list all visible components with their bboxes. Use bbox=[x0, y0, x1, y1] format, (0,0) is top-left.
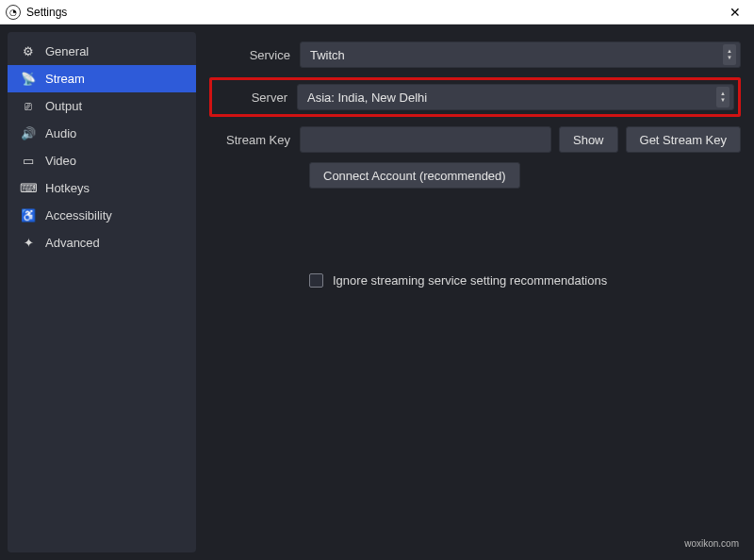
speaker-icon: 🔊 bbox=[21, 126, 36, 140]
monitor-icon: ▭ bbox=[21, 154, 36, 168]
sidebar-item-general[interactable]: ⚙ General bbox=[8, 38, 196, 65]
service-value: Twitch bbox=[310, 48, 345, 62]
sidebar-item-label: Accessibility bbox=[45, 208, 112, 222]
stream-key-row: Stream Key Show Get Stream Key bbox=[209, 126, 741, 153]
settings-content: Service Twitch ▲▼ Server Asia: India, Ne… bbox=[204, 32, 746, 552]
sidebar-item-hotkeys[interactable]: ⌨ Hotkeys bbox=[8, 174, 196, 202]
sidebar-item-label: General bbox=[45, 44, 89, 58]
keyboard-icon: ⌨ bbox=[21, 181, 36, 195]
stream-key-label: Stream Key bbox=[209, 133, 300, 147]
window-titlebar: ◔ Settings ✕ bbox=[0, 0, 754, 25]
stream-key-input[interactable] bbox=[300, 126, 551, 153]
sidebar-item-label: Audio bbox=[45, 126, 76, 140]
service-label: Service bbox=[209, 48, 300, 62]
select-spinner-icon: ▲▼ bbox=[716, 87, 729, 107]
connect-row: Connect Account (recommended) bbox=[309, 162, 741, 189]
accessibility-icon: ♿ bbox=[21, 208, 36, 222]
tools-icon: ✦ bbox=[21, 236, 36, 250]
sidebar-item-accessibility[interactable]: ♿ Accessibility bbox=[8, 202, 196, 229]
sidebar-item-output[interactable]: ⎚ Output bbox=[8, 92, 196, 120]
sidebar-item-label: Output bbox=[45, 99, 82, 113]
watermark-text: woxikon.com bbox=[684, 538, 739, 549]
get-stream-key-button[interactable]: Get Stream Key bbox=[626, 126, 741, 153]
ignore-recommendations-row: Ignore streaming service setting recomme… bbox=[309, 273, 741, 288]
sidebar-item-label: Stream bbox=[45, 72, 85, 86]
service-select[interactable]: Twitch ▲▼ bbox=[300, 41, 741, 68]
antenna-icon: 📡 bbox=[21, 72, 36, 86]
server-row: Server Asia: India, New Delhi ▲▼ bbox=[216, 84, 734, 110]
select-spinner-icon: ▲▼ bbox=[723, 44, 736, 65]
sidebar-item-label: Advanced bbox=[45, 236, 100, 250]
app-icon: ◔ bbox=[6, 5, 21, 20]
server-value: Asia: India, New Delhi bbox=[307, 91, 427, 105]
server-label: Server bbox=[216, 91, 297, 105]
sidebar-item-stream[interactable]: 📡 Stream bbox=[8, 65, 196, 92]
output-icon: ⎚ bbox=[21, 99, 36, 113]
sidebar-item-video[interactable]: ▭ Video bbox=[8, 147, 196, 174]
show-button[interactable]: Show bbox=[559, 126, 618, 153]
connect-account-button[interactable]: Connect Account (recommended) bbox=[309, 162, 520, 189]
sidebar-item-label: Hotkeys bbox=[45, 181, 90, 195]
service-row: Service Twitch ▲▼ bbox=[209, 41, 741, 68]
server-highlight: Server Asia: India, New Delhi ▲▼ bbox=[209, 77, 741, 117]
window-title: Settings bbox=[26, 6, 722, 19]
gear-icon: ⚙ bbox=[21, 44, 36, 58]
ignore-recommendations-checkbox[interactable] bbox=[309, 273, 323, 288]
ignore-recommendations-label: Ignore streaming service setting recomme… bbox=[333, 273, 607, 288]
sidebar-item-audio[interactable]: 🔊 Audio bbox=[8, 120, 196, 147]
server-select[interactable]: Asia: India, New Delhi ▲▼ bbox=[297, 84, 734, 110]
sidebar-item-label: Video bbox=[45, 154, 76, 168]
settings-sidebar: ⚙ General 📡 Stream ⎚ Output 🔊 Audio ▭ Vi… bbox=[8, 32, 196, 552]
close-button[interactable]: ✕ bbox=[722, 5, 748, 20]
sidebar-item-advanced[interactable]: ✦ Advanced bbox=[8, 229, 196, 256]
